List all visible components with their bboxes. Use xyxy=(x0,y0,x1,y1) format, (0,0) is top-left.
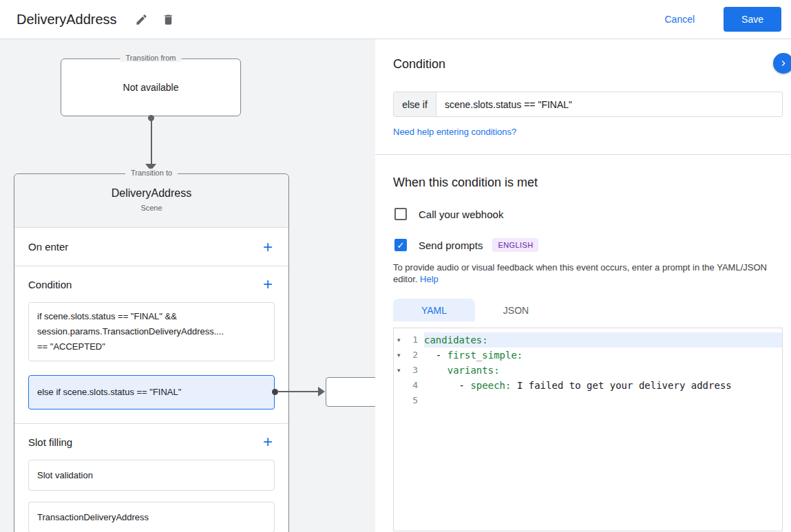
page-title: DeliveryAddress xyxy=(17,12,117,28)
condition-item[interactable]: if scene.slots.status == "FINAL" && sess… xyxy=(28,302,275,361)
line-number: 3 xyxy=(405,363,424,378)
send-prompts-row: ✓ Send prompts ENGLISH xyxy=(394,238,791,252)
slot-item[interactable]: TransactionDeliveryAddress xyxy=(28,502,275,532)
code-key: variants: xyxy=(447,365,500,376)
line-number: 2 xyxy=(405,348,424,363)
topbar: DeliveryAddress Cancel Save xyxy=(0,0,791,39)
condition-section-title: Condition xyxy=(28,279,72,290)
send-prompts-label[interactable]: Send prompts xyxy=(419,240,483,251)
condition-help-row: Need help entering conditions? xyxy=(393,125,791,138)
code-line[interactable]: - speech: I failed to get your delivery … xyxy=(424,378,782,393)
connector-arrowhead-icon xyxy=(318,387,325,396)
chevron-right-icon xyxy=(778,58,789,69)
scene-name: DeliveryAddress xyxy=(14,187,288,200)
language-badge: ENGLISH xyxy=(492,238,538,252)
editor-line: ▾ 3 variants: xyxy=(394,363,782,378)
scene-type: Scene xyxy=(14,204,288,212)
webhook-row: Call your webhook xyxy=(394,208,791,220)
send-prompts-checkbox[interactable]: ✓ xyxy=(394,239,407,251)
code-indent xyxy=(424,365,447,376)
transition-target-node[interactable] xyxy=(326,377,375,407)
collapse-panel-button[interactable] xyxy=(773,53,791,74)
add-condition-button[interactable]: + xyxy=(257,273,279,295)
line-number: 4 xyxy=(405,378,424,393)
line-number: 5 xyxy=(405,393,424,408)
transition-from-content: Not available xyxy=(123,82,179,93)
condition-help-link[interactable]: Need help entering conditions? xyxy=(393,127,516,137)
tab-yaml[interactable]: YAML xyxy=(393,299,475,321)
yaml-editor[interactable]: ▾ 1 candidates: ▾ 2 - first_simple: ▾ 3 … xyxy=(393,328,783,531)
prompt-description-text: To provide audio or visual feedback when… xyxy=(393,262,767,284)
when-met-title: When this condition is met xyxy=(393,175,791,190)
fold-icon[interactable]: ▾ xyxy=(394,332,405,348)
code-key: candidates: xyxy=(424,334,488,345)
transition-from-node: Transition from Not available xyxy=(61,58,241,116)
webhook-checkbox[interactable] xyxy=(394,208,407,220)
code-indent: - xyxy=(424,350,447,361)
condition-detail-panel: Condition else if scene.slots.status == … xyxy=(375,39,791,532)
fold-icon[interactable]: ▾ xyxy=(394,348,405,363)
code-line[interactable]: - first_simple: xyxy=(424,348,782,363)
code-line[interactable]: candidates: xyxy=(424,332,782,348)
editor-line: 5 xyxy=(394,393,782,408)
slot-filling-head: Slot filling + xyxy=(14,424,288,460)
condition-item-selected[interactable]: else if scene.slots.status == "FINAL" xyxy=(28,375,275,409)
condition-section-head: Condition + xyxy=(14,266,288,302)
trash-icon xyxy=(162,13,175,26)
slot-filling-title: Slot filling xyxy=(28,436,72,448)
connector-line xyxy=(277,391,319,392)
flow-line xyxy=(151,120,152,164)
editor-line: 4 - speech: I failed to get your deliver… xyxy=(394,378,782,393)
editor-tabs: YAML JSON xyxy=(393,299,791,321)
scene-card-header: DeliveryAddress Scene xyxy=(14,174,288,228)
code-value: I failed to get your delivery address xyxy=(511,380,731,391)
pencil-icon xyxy=(135,13,148,26)
slot-filling-section: Slot filling + Slot validation Transacti… xyxy=(14,424,288,532)
on-enter-title: On enter xyxy=(28,241,68,253)
code-key: speech: xyxy=(470,380,511,391)
scene-card: Transition to DeliveryAddress Scene On e… xyxy=(14,173,289,532)
condition-input-row: else if scene.slots.status == "FINAL" xyxy=(393,92,783,117)
section-divider xyxy=(375,154,791,155)
edit-icon[interactable] xyxy=(131,9,152,30)
cancel-button[interactable]: Cancel xyxy=(660,13,699,25)
prompt-description: To provide audio or visual feedback when… xyxy=(393,262,776,285)
code-key: first_simple: xyxy=(447,350,523,361)
panel-title: Condition xyxy=(393,57,783,72)
code-indent: - xyxy=(424,380,470,391)
help-link[interactable]: Help xyxy=(420,274,439,284)
editor-line: ▾ 1 candidates: xyxy=(394,332,782,348)
add-slot-button[interactable]: + xyxy=(257,431,279,453)
condition-prefix-label: else if xyxy=(394,92,436,116)
save-button[interactable]: Save xyxy=(724,7,781,32)
tab-json[interactable]: JSON xyxy=(475,299,557,321)
line-number: 1 xyxy=(405,332,424,348)
fold-icon[interactable] xyxy=(394,378,405,393)
fold-icon[interactable]: ▾ xyxy=(394,363,405,378)
fold-icon[interactable] xyxy=(394,393,405,408)
delete-icon[interactable] xyxy=(158,9,179,30)
slot-item[interactable]: Slot validation xyxy=(28,460,275,491)
code-line[interactable] xyxy=(424,393,782,408)
transition-to-label: Transition to xyxy=(125,169,178,177)
condition-section: Condition + if scene.slots.status == "FI… xyxy=(14,266,288,424)
panel-header: Condition xyxy=(393,57,783,72)
scene-editor-screen: DeliveryAddress Cancel Save Transition f… xyxy=(0,0,791,532)
transition-from-label: Transition from xyxy=(120,54,182,62)
on-enter-section: On enter + xyxy=(14,228,288,266)
diagram-panel: Transition from Not available Transition… xyxy=(0,39,375,532)
webhook-label[interactable]: Call your webhook xyxy=(419,209,503,220)
editor-line: ▾ 2 - first_simple: xyxy=(394,348,782,363)
add-on-enter-button[interactable]: + xyxy=(257,236,279,258)
code-line[interactable]: variants: xyxy=(424,363,782,378)
condition-expression-input[interactable]: scene.slots.status == "FINAL" xyxy=(436,92,782,116)
